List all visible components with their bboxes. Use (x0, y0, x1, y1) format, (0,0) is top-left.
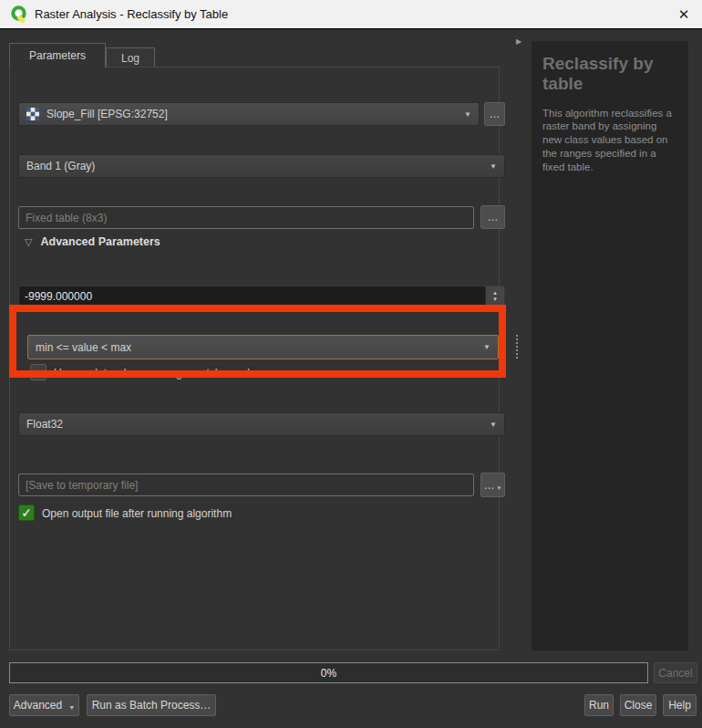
window-title: Raster Analysis - Reclassify by Table (35, 7, 228, 21)
advanced-menu-button[interactable]: Advanced ▼ (9, 694, 79, 716)
output-nodata-value: -9999.000000 (19, 286, 485, 307)
band-number-combobox[interactable]: Band 1 (Gray) ▼ (18, 154, 505, 178)
reclassification-table-placeholder: Fixed table (8x3) (26, 212, 107, 224)
run-button[interactable]: Run (584, 694, 614, 716)
run-as-batch-button[interactable]: Run as Batch Process… (87, 694, 216, 716)
chevron-down-icon: ▼ (483, 343, 490, 351)
cancel-button[interactable]: Cancel (654, 662, 697, 683)
open-output-label: Open output file after running algorithm (42, 507, 232, 520)
reclassification-table-browse-button[interactable]: … (480, 205, 505, 229)
reclassified-raster-browse-button[interactable]: … ▼ (480, 473, 505, 497)
advanced-parameters-title: Advanced Parameters (40, 235, 160, 248)
raster-icon (26, 108, 39, 120)
chevron-down-icon: ▼ (68, 704, 75, 711)
help-panel: Reclassify by table This algorithm recla… (532, 41, 688, 650)
chevron-down-icon: ▼ (497, 485, 502, 491)
progress-value: 0% (321, 667, 336, 680)
pane-splitter-handle[interactable] (516, 335, 518, 359)
advanced-label: Advanced (14, 699, 62, 712)
raster-layer-browse-button[interactable]: … (484, 102, 505, 126)
open-output-checkbox[interactable]: ✓ (18, 504, 35, 521)
advanced-parameters-expander[interactable]: ▽ Advanced Parameters (25, 235, 160, 248)
use-nodata-checkbox[interactable] (30, 364, 46, 380)
output-data-type-value: Float32 (26, 418, 63, 431)
help-button[interactable]: Help (663, 694, 697, 716)
tab-scroll-arrow-icon[interactable]: ▶ (513, 36, 524, 47)
reclassified-raster-input[interactable]: [Save to temporary file] (18, 473, 474, 496)
band-number-value: Band 1 (Gray) (26, 160, 95, 172)
raster-layer-value: Slope_Fill [EPSG:32752] (46, 108, 168, 120)
progress-bar: 0% (9, 662, 648, 683)
chevron-down-icon: ▼ (464, 110, 471, 119)
help-title: Reclassify by table (542, 54, 677, 94)
expander-triangle-icon: ▽ (25, 236, 32, 248)
reclassification-table-input[interactable]: Fixed table (8x3) (18, 206, 474, 229)
spinner-buttons[interactable]: ▲ ▼ (485, 286, 504, 307)
spin-up-icon[interactable]: ▲ (492, 290, 498, 296)
output-data-type-combobox[interactable]: Float32 ▼ (18, 412, 505, 436)
qgis-logo-icon (10, 5, 29, 24)
range-boundaries-combobox[interactable]: min <= value < max ▼ (27, 335, 499, 359)
use-nodata-label: Use no data when no range matches value (54, 367, 262, 380)
title-bar: Raster Analysis - Reclassify by Table ✕ (0, 0, 702, 29)
output-nodata-spinbox[interactable]: -9999.000000 ▲ ▼ (18, 286, 505, 307)
tab-log[interactable]: Log (106, 47, 155, 68)
browse-ellipsis: … (484, 479, 495, 492)
tab-parameters[interactable]: Parameters (9, 43, 106, 68)
close-window-button[interactable]: ✕ (666, 0, 702, 28)
raster-layer-combobox[interactable]: Slope_Fill [EPSG:32752] ▼ (18, 102, 480, 126)
reclassified-raster-placeholder: [Save to temporary file] (26, 479, 138, 492)
checkmark-icon: ✓ (21, 505, 32, 520)
spin-down-icon[interactable]: ▼ (492, 296, 498, 303)
chevron-down-icon: ▼ (490, 421, 497, 429)
close-button[interactable]: Close (620, 694, 656, 716)
chevron-down-icon: ▼ (490, 162, 497, 171)
help-description: This algorithm reclassifies a raster ban… (542, 107, 677, 174)
range-boundaries-value: min <= value < max (36, 341, 131, 354)
